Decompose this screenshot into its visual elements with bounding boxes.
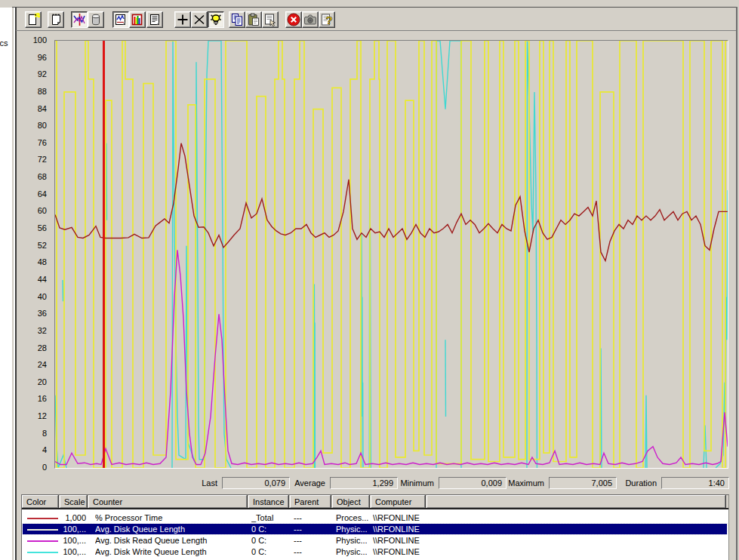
- svg-text:?: ?: [326, 14, 333, 26]
